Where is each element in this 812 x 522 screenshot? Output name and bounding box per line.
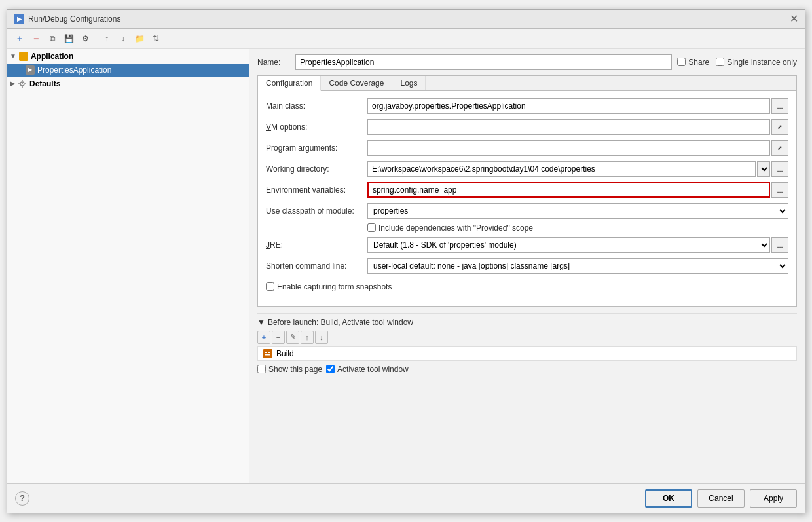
working-directory-row: Working directory: ▼ ... — [266, 160, 788, 177]
vm-options-input-group: ⤢ — [367, 119, 788, 135]
help-button[interactable]: ? — [15, 491, 29, 506]
folder-button[interactable]: 📁 — [132, 31, 147, 46]
show-page-checkbox-label[interactable]: Show this page — [257, 365, 322, 374]
move-up-button[interactable]: ↑ — [100, 31, 114, 46]
single-instance-checkbox-label[interactable]: Single instance only — [716, 58, 797, 67]
before-launch-down-button[interactable]: ↓ — [315, 331, 328, 344]
ok-button[interactable]: OK — [645, 489, 692, 508]
include-provided-checkbox[interactable] — [367, 223, 376, 232]
share-checkbox[interactable] — [677, 58, 686, 66]
vm-options-expand-button[interactable]: ⤢ — [771, 119, 788, 135]
dialog-icon: ▶ — [14, 14, 24, 24]
single-instance-label: Single instance only — [727, 58, 797, 67]
tab-content-configuration: Main class: ... VM options: — [258, 91, 796, 306]
activate-window-checkbox[interactable] — [326, 365, 335, 373]
jre-browse-button[interactable]: ... — [771, 237, 788, 253]
share-checkbox-label[interactable]: Share — [677, 58, 709, 67]
name-row: Name: Share Single instance only — [257, 54, 797, 70]
tab-configuration[interactable]: Configuration — [258, 76, 321, 91]
working-directory-label: Working directory: — [266, 164, 367, 174]
category-application[interactable]: ▼ Application — [7, 49, 249, 64]
sidebar-item-properties-application[interactable]: ▶ PropertiesApplication — [7, 64, 249, 77]
save-config-button[interactable]: 💾 — [62, 31, 76, 46]
sort-button[interactable]: ⇅ — [149, 31, 163, 46]
jre-label: JRE: — [266, 240, 367, 250]
activate-window-label: Activate tool window — [337, 365, 409, 374]
name-input[interactable] — [295, 54, 672, 70]
build-row: Build — [257, 346, 797, 361]
env-variables-browse-button[interactable]: ... — [771, 182, 788, 198]
working-directory-input[interactable] — [367, 161, 756, 177]
program-arguments-input[interactable] — [367, 140, 770, 156]
svg-rect-8 — [268, 352, 270, 353]
run-config-icon: ▶ — [26, 65, 35, 75]
title-bar-left: ▶ Run/Debug Configurations — [14, 14, 120, 24]
working-directory-input-group: ▼ ... — [367, 161, 788, 177]
working-directory-browse-button[interactable]: ... — [771, 161, 788, 177]
enable-snapshots-checkbox[interactable] — [266, 282, 274, 291]
vm-options-row: VM options: ⤢ — [266, 119, 788, 136]
svg-rect-9 — [265, 354, 270, 356]
before-launch-add-button[interactable]: + — [257, 331, 270, 344]
remove-config-button[interactable]: − — [29, 31, 43, 46]
settings-button[interactable]: ⚙ — [78, 31, 92, 46]
toolbar: + − ⧉ 💾 ⚙ ↑ ↓ 📁 ⇅ — [7, 29, 805, 49]
shorten-cmdline-select[interactable]: user-local default: none - java [options… — [367, 258, 788, 274]
include-provided-checkbox-label[interactable]: Include dependencies with "Provided" sco… — [367, 223, 533, 233]
before-launch-toolbar: + − ✎ ↑ ↓ — [257, 331, 797, 344]
program-arguments-label: Program arguments: — [266, 143, 367, 153]
program-arguments-row: Program arguments: ⤢ — [266, 140, 788, 157]
main-class-row: Main class: ... — [266, 98, 788, 115]
svg-rect-6 — [264, 350, 272, 357]
application-category-icon — [18, 51, 29, 62]
include-provided-row: Include dependencies with "Provided" sco… — [367, 223, 788, 233]
main-class-input[interactable] — [367, 98, 770, 114]
before-launch-remove-button[interactable]: − — [272, 331, 285, 344]
expand-defaults-icon: ▶ — [10, 80, 15, 87]
before-launch-up-button[interactable]: ↑ — [301, 331, 314, 344]
tabs-row: Configuration Code Coverage Logs — [258, 76, 796, 91]
shorten-cmdline-label: Shorten command line: — [266, 261, 367, 270]
main-class-input-group: ... — [367, 98, 788, 114]
before-launch-section: ▼ Before launch: Build, Activate tool wi… — [257, 313, 797, 374]
share-label: Share — [688, 58, 709, 67]
sidebar-item-label: PropertiesApplication — [37, 65, 111, 75]
before-launch-header[interactable]: ▼ Before launch: Build, Activate tool wi… — [257, 313, 797, 328]
sidebar: ▼ Application ▶ PropertiesApplication ▶ — [7, 49, 249, 483]
enable-snapshots-row: Enable capturing form snapshots — [266, 278, 788, 295]
activate-window-checkbox-label[interactable]: Activate tool window — [326, 365, 409, 374]
classpath-module-select[interactable]: properties — [367, 203, 788, 219]
toolbar-separator — [96, 33, 96, 45]
before-launch-edit-button[interactable]: ✎ — [286, 331, 299, 344]
enable-snapshots-checkbox-label[interactable]: Enable capturing form snapshots — [266, 282, 392, 291]
defaults-category-icon — [17, 79, 28, 89]
cancel-button[interactable]: Cancel — [697, 489, 745, 508]
name-label: Name: — [257, 58, 290, 67]
category-defaults[interactable]: ▶ Defaults — [7, 77, 249, 91]
include-provided-label: Include dependencies with "Provided" sco… — [378, 223, 533, 233]
apply-button[interactable]: Apply — [750, 489, 797, 508]
close-button[interactable]: ✕ — [790, 14, 798, 24]
tabs-container: Configuration Code Coverage Logs Main cl… — [257, 75, 797, 307]
tab-logs[interactable]: Logs — [392, 76, 426, 90]
svg-point-1 — [22, 83, 23, 84]
main-class-browse-button[interactable]: ... — [771, 98, 788, 114]
copy-config-button[interactable]: ⧉ — [45, 31, 60, 46]
tab-code-coverage[interactable]: Code Coverage — [321, 76, 392, 90]
program-arguments-expand-button[interactable]: ⤢ — [771, 140, 788, 156]
before-launch-label: Before launch: Build, Activate tool wind… — [268, 318, 413, 327]
jre-select[interactable]: Default (1.8 - SDK of 'properties' modul… — [367, 237, 770, 253]
category-defaults-label: Defaults — [29, 79, 60, 88]
dialog-footer: ? OK Cancel Apply — [7, 483, 805, 513]
jre-input-group: Default (1.8 - SDK of 'properties' modul… — [367, 237, 788, 253]
show-page-checkbox[interactable] — [257, 365, 266, 373]
jre-row: JRE: Default (1.8 - SDK of 'properties' … — [266, 236, 788, 253]
move-down-button[interactable]: ↓ — [116, 31, 130, 46]
main-area: ▼ Application ▶ PropertiesApplication ▶ — [7, 49, 805, 483]
env-variables-input[interactable] — [367, 182, 770, 198]
add-config-button[interactable]: + — [12, 31, 27, 46]
single-instance-checkbox[interactable] — [716, 58, 724, 66]
working-directory-dropdown[interactable]: ▼ — [757, 161, 770, 177]
classpath-module-label: Use classpath of module: — [266, 206, 367, 215]
vm-options-input[interactable] — [367, 119, 770, 135]
